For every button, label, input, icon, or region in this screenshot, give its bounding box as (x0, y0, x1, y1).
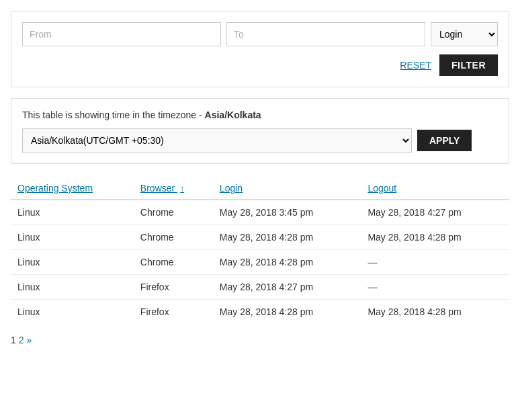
cell-os: Linux (11, 275, 134, 300)
sort-up-icon: ↑ (180, 184, 184, 194)
filter-row: Login All Admin User (22, 22, 498, 46)
cell-logout: — (361, 275, 509, 300)
pagination: 1 2 » (11, 335, 509, 345)
cell-os: Linux (11, 200, 134, 225)
table-row: LinuxChromeMay 28, 2018 4:28 pmMay 28, 2… (11, 225, 509, 250)
col-os-link[interactable]: Operating System (17, 183, 93, 194)
cell-os: Linux (11, 225, 134, 250)
col-logout-link[interactable]: Logout (367, 183, 396, 194)
table-section: Operating System Browser ↑ Login Logout … (11, 177, 509, 324)
cell-login: May 28, 2018 4:28 pm (213, 300, 361, 325)
cell-login: May 28, 2018 4:27 pm (213, 275, 361, 300)
from-input[interactable] (22, 22, 221, 46)
timezone-row: Asia/Kolkata(UTC/GMT +05:30) UTC(UTC/GMT… (22, 128, 498, 153)
filter-actions: RESET FILTER (22, 54, 498, 76)
cell-login: May 28, 2018 4:28 pm (213, 250, 361, 275)
timezone-select[interactable]: Asia/Kolkata(UTC/GMT +05:30) UTC(UTC/GMT… (22, 128, 412, 153)
login-select[interactable]: Login All Admin User (431, 22, 498, 46)
cell-os: Linux (11, 250, 134, 275)
pagination-page-2[interactable]: 2 (19, 335, 24, 345)
cell-logout: May 28, 2018 4:28 pm (361, 300, 509, 325)
cell-login: May 28, 2018 4:28 pm (213, 225, 361, 250)
pagination-current: 1 (11, 335, 16, 345)
pagination-next[interactable]: » (27, 335, 32, 345)
filter-button[interactable]: FILTER (439, 54, 498, 76)
col-browser-link[interactable]: Browser ↑ (140, 183, 184, 194)
col-login-link[interactable]: Login (220, 183, 243, 194)
timezone-name: Asia/Kolkata (205, 110, 261, 120)
table-row: LinuxChromeMay 28, 2018 3:45 pmMay 28, 2… (11, 200, 509, 225)
data-table: Operating System Browser ↑ Login Logout … (11, 177, 509, 324)
timezone-section: This table is showing time in the timezo… (11, 98, 509, 164)
table-body: LinuxChromeMay 28, 2018 3:45 pmMay 28, 2… (11, 200, 509, 324)
col-browser: Browser ↑ (134, 177, 213, 200)
reset-button[interactable]: RESET (400, 60, 431, 71)
cell-browser: Chrome (134, 200, 213, 225)
cell-browser: Firefox (134, 300, 213, 325)
col-login: Login (213, 177, 361, 200)
table-row: LinuxChromeMay 28, 2018 4:28 pm— (11, 250, 509, 275)
cell-browser: Firefox (134, 275, 213, 300)
cell-login: May 28, 2018 3:45 pm (213, 200, 361, 225)
table-row: LinuxFirefoxMay 28, 2018 4:28 pmMay 28, … (11, 300, 509, 325)
table-header-row: Operating System Browser ↑ Login Logout (11, 177, 509, 200)
cell-os: Linux (11, 300, 134, 325)
cell-browser: Chrome (134, 250, 213, 275)
col-logout: Logout (361, 177, 509, 200)
to-input[interactable] (226, 22, 425, 46)
cell-logout: — (361, 250, 509, 275)
apply-button[interactable]: APPLY (417, 130, 472, 151)
cell-browser: Chrome (134, 225, 213, 250)
timezone-notice: This table is showing time in the timezo… (22, 110, 498, 120)
table-row: LinuxFirefoxMay 28, 2018 4:27 pm— (11, 275, 509, 300)
cell-logout: May 28, 2018 4:28 pm (361, 225, 509, 250)
col-os: Operating System (11, 177, 134, 200)
cell-logout: May 28, 2018 4:27 pm (361, 200, 509, 225)
filter-section: Login All Admin User RESET FILTER (11, 11, 509, 87)
